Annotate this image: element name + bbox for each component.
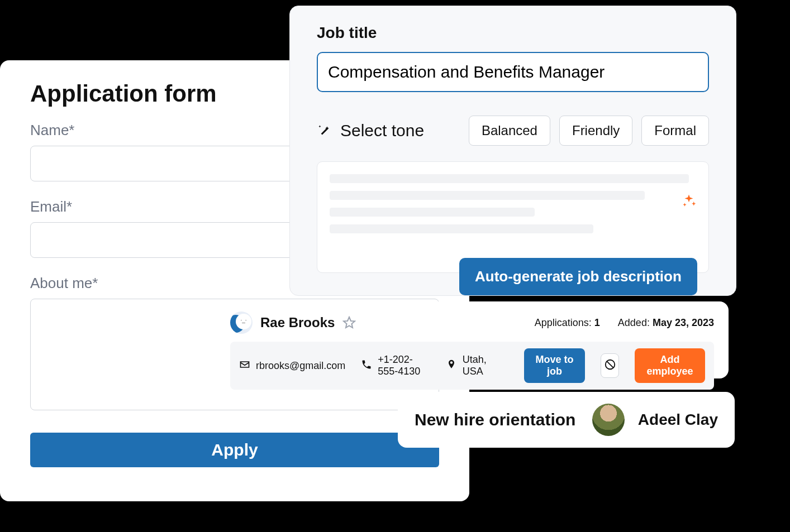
tone-row: Select tone Balanced Friendly Formal	[317, 116, 709, 146]
apply-button[interactable]: Apply	[30, 433, 439, 467]
tone-balanced-button[interactable]: Balanced	[469, 116, 550, 146]
candidate-email-text: rbrooks@gmail.com	[256, 360, 345, 372]
placeholder-line	[330, 224, 593, 233]
candidate-meta: Applications: 1 Added: May 23, 2023	[535, 317, 714, 329]
phone-icon	[361, 359, 372, 373]
applications-label: Applications:	[535, 317, 594, 328]
move-to-job-button[interactable]: Move to job	[524, 348, 585, 383]
candidate-avatar	[230, 311, 253, 334]
svg-line-2	[607, 361, 613, 368]
tone-friendly-button[interactable]: Friendly	[559, 116, 632, 146]
star-icon[interactable]	[342, 316, 356, 329]
job-title-input[interactable]	[317, 52, 709, 92]
block-button[interactable]	[601, 353, 619, 378]
candidate-card: Rae Brooks Applications: 1 Added: May 23…	[216, 301, 729, 378]
placeholder-line	[330, 174, 689, 183]
candidate-location: Utah, USA	[446, 354, 493, 377]
applications-value: 1	[594, 317, 600, 328]
select-tone-label: Select tone	[340, 121, 460, 140]
candidate-location-text: Utah, USA	[463, 354, 493, 377]
candidate-phone-text: +1-202-555-4130	[378, 354, 430, 377]
mail-icon	[239, 359, 250, 373]
job-title-label: Job title	[317, 24, 709, 42]
candidate-header: Rae Brooks Applications: 1 Added: May 23…	[230, 311, 714, 334]
placeholder-line	[330, 208, 535, 217]
candidate-info-bar: rbrooks@gmail.com +1-202-555-4130 Utah, …	[230, 342, 714, 390]
orientation-title: New hire orientation	[415, 410, 579, 429]
placeholder-line	[330, 191, 645, 200]
magic-wand-icon	[317, 123, 331, 138]
orientation-card: New hire orientation Adeel Clay	[398, 392, 735, 448]
map-pin-icon	[446, 359, 457, 373]
candidate-name: Rae Brooks	[260, 315, 335, 330]
job-description-placeholder	[317, 161, 709, 273]
tone-formal-button[interactable]: Formal	[641, 116, 709, 146]
orientation-name: Adeel Clay	[638, 411, 718, 429]
svg-marker-0	[344, 317, 355, 328]
add-employee-button[interactable]: Add employee	[635, 348, 705, 383]
added-label: Added:	[618, 317, 653, 328]
candidate-phone: +1-202-555-4130	[361, 354, 430, 377]
orientation-avatar	[592, 404, 625, 436]
auto-generate-button[interactable]: Auto-generate job description	[459, 258, 697, 295]
sparkles-icon	[680, 193, 697, 210]
added-value: May 23, 2023	[653, 317, 714, 328]
block-icon	[604, 358, 616, 373]
candidate-email: rbrooks@gmail.com	[239, 359, 345, 373]
job-description-panel: Job title Select tone Balanced Friendly …	[289, 6, 736, 296]
